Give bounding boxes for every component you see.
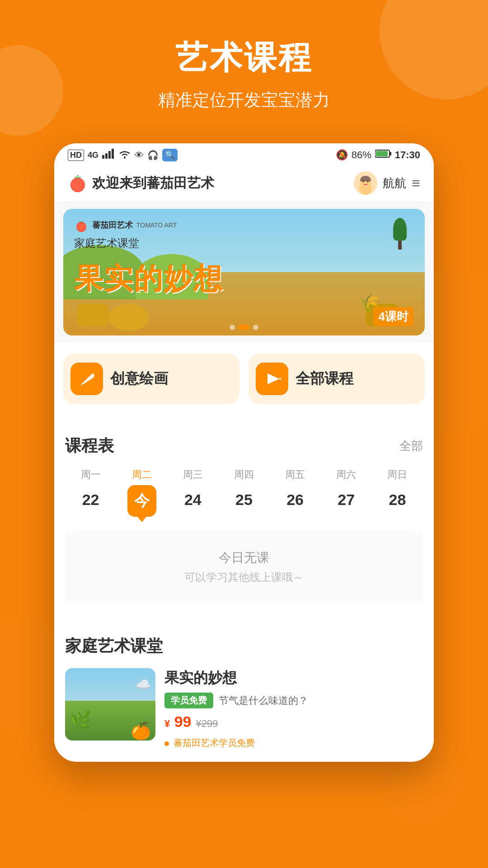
username: 航航 [383, 175, 406, 191]
app-header: 欢迎来到蕃茄田艺术 航航 ≡ [54, 165, 434, 202]
category-section: 创意绘画 全部课程 [54, 343, 434, 415]
menu-icon[interactable]: ≡ [412, 175, 420, 192]
no-class-sub: 可以学习其他线上课哦～ [74, 570, 414, 585]
wifi-icon [118, 149, 131, 161]
creative-drawing-icon [70, 363, 103, 395]
day-sunday[interactable]: 周日 28 [383, 468, 412, 522]
day-mon-num: 22 [76, 485, 105, 514]
day-sat-num: 27 [332, 485, 361, 514]
schedule-header: 课程表 全部 [65, 435, 423, 457]
schedule-section: 课程表 全部 周一 22 周二 今 周三 24 [54, 422, 434, 615]
banner-brand-name: 蕃茄田艺术 [92, 220, 133, 231]
hd-label: HD [68, 150, 84, 161]
svg-point-13 [367, 180, 369, 182]
price-current: ¥ 99 [164, 713, 192, 731]
day-mon-label: 周一 [81, 468, 101, 481]
banner-container: 🌾 蕃茄田艺术 TOMATO ART 家庭艺术课堂 [54, 202, 434, 343]
schedule-more[interactable]: 全部 [399, 438, 423, 454]
all-courses-label: 全部课程 [296, 369, 353, 389]
banner-dots [230, 325, 258, 330]
day-tue-label: 周二 [132, 468, 152, 481]
time-display: 17:30 [395, 149, 420, 161]
day-fri-num: 26 [281, 485, 310, 514]
mute-icon: 🔕 [336, 149, 348, 161]
banner-brand-sub: TOMATO ART [136, 222, 177, 229]
banner-lessons: 4课时 [373, 307, 414, 326]
price-value: 99 [174, 713, 192, 730]
svg-point-15 [76, 223, 86, 231]
banner-logo-row: 蕃茄田艺术 TOMATO ART [74, 218, 414, 232]
course-name: 果实的妙想 [164, 668, 423, 688]
course-tag-row: 学员免费 节气是什么味道的？ [164, 693, 423, 708]
svg-marker-16 [267, 373, 279, 384]
page-header: 艺术课程 精准定位开发宝宝潜力 [0, 0, 488, 130]
search-icon[interactable]: 🔍 [162, 149, 178, 161]
day-tuesday[interactable]: 周二 今 [127, 468, 156, 522]
banner[interactable]: 🌾 蕃茄田艺术 TOMATO ART 家庭艺术课堂 [63, 209, 425, 335]
all-courses-icon [256, 363, 288, 395]
headset-icon: 🎧 [147, 150, 159, 160]
family-art-section: 家庭艺术课堂 🌿 🍊 ☁️ 果实的妙想 学员免费 节气是什么味道的？ ¥ [54, 623, 434, 762]
svg-point-11 [359, 182, 372, 195]
creative-drawing-button[interactable]: 创意绘画 [63, 354, 239, 404]
no-class-main: 今日无课 [74, 549, 414, 566]
course-thumbnail: 🌿 🍊 ☁️ [65, 668, 155, 741]
today-arrow [137, 517, 146, 522]
page-subtitle: 精准定位开发宝宝潜力 [18, 89, 470, 112]
day-wednesday[interactable]: 周三 24 [178, 468, 207, 522]
battery-icon [375, 149, 391, 161]
battery-percent: 86% [352, 149, 371, 161]
family-art-title: 家庭艺术课堂 [65, 635, 163, 657]
avatar[interactable] [354, 171, 377, 195]
course-card[interactable]: 🌿 🍊 ☁️ 果实的妙想 学员免费 节气是什么味道的？ ¥ 99 ¥299 [65, 668, 423, 749]
app-logo-area: 欢迎来到蕃茄田艺术 [68, 173, 214, 193]
price-row: ¥ 99 ¥299 [164, 713, 423, 731]
svg-rect-1 [105, 153, 108, 159]
day-sun-label: 周日 [387, 468, 407, 481]
banner-main-title: 果实的妙想 [74, 259, 414, 298]
banner-dot-3[interactable] [253, 325, 258, 330]
price-original: ¥299 [196, 718, 218, 730]
creative-drawing-label: 创意绘画 [110, 369, 168, 389]
banner-dot-2[interactable] [239, 325, 249, 330]
svg-rect-0 [102, 155, 104, 159]
day-thu-num: 25 [230, 485, 258, 514]
signal-icon [102, 149, 115, 161]
day-sun-num: 28 [383, 485, 412, 514]
day-thursday[interactable]: 周四 25 [230, 468, 258, 522]
svg-rect-2 [108, 151, 111, 159]
svg-rect-6 [376, 151, 388, 156]
course-info: 果实的妙想 学员免费 节气是什么味道的？ ¥ 99 ¥299 蕃茄田艺术学员免费 [164, 668, 423, 749]
status-bar-right: 🔕 86% 17:30 [336, 149, 420, 161]
member-dot [164, 741, 169, 746]
network-label: 4G [88, 151, 99, 160]
day-thu-label: 周四 [234, 468, 254, 481]
day-sat-label: 周六 [336, 468, 356, 481]
schedule-title: 课程表 [65, 435, 114, 457]
day-fri-label: 周五 [285, 468, 305, 481]
member-tag: 蕃茄田艺术学员免费 [164, 737, 423, 749]
day-wed-num: 24 [178, 485, 207, 514]
banner-dot-1[interactable] [230, 325, 235, 330]
svg-point-12 [362, 180, 364, 182]
day-monday[interactable]: 周一 22 [76, 468, 105, 522]
user-area[interactable]: 航航 ≡ [354, 171, 420, 195]
banner-classroom-label: 家庭艺术课堂 [74, 236, 414, 250]
day-wed-label: 周三 [183, 468, 203, 481]
day-friday[interactable]: 周五 26 [281, 468, 310, 522]
page-title: 艺术课程 [18, 36, 470, 80]
family-art-header: 家庭艺术课堂 [65, 635, 423, 657]
status-bar: HD 4G 👁 🎧 🔍 🔕 [54, 143, 434, 165]
status-bar-left: HD 4G 👁 🎧 🔍 [68, 149, 178, 161]
svg-point-8 [70, 179, 85, 191]
member-text: 蕃茄田艺术学员免费 [174, 738, 255, 748]
day-tue-num: 今 [127, 485, 156, 517]
all-courses-button[interactable]: 全部课程 [249, 354, 425, 404]
welcome-text: 欢迎来到蕃茄田艺术 [92, 174, 214, 193]
day-saturday[interactable]: 周六 27 [332, 468, 361, 522]
svg-rect-5 [390, 152, 391, 156]
free-tag: 学员免费 [164, 693, 213, 708]
week-days: 周一 22 周二 今 周三 24 周四 25 [65, 468, 423, 522]
no-class-notice: 今日无课 可以学习其他线上课哦～ [65, 531, 423, 603]
svg-rect-3 [112, 149, 114, 159]
